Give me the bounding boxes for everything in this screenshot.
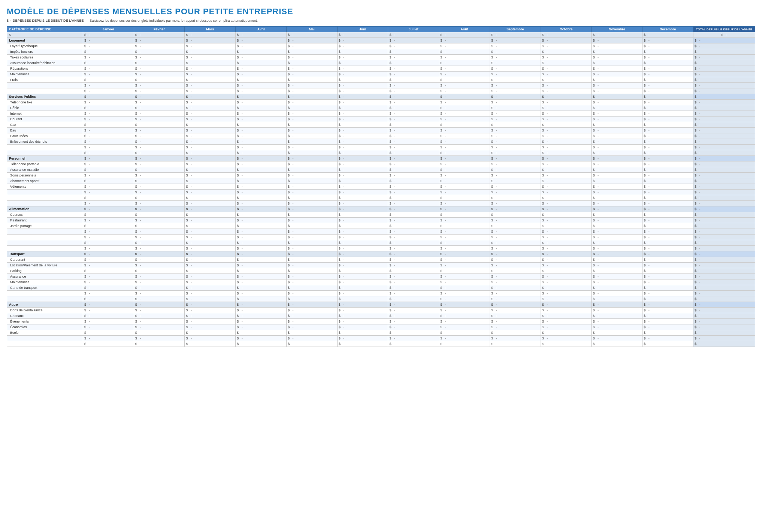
- table-row: Réparations$ -$ -$ -$ -$ -$ -$ -$ -$ -$ …: [7, 66, 755, 72]
- category-header-1: Services Publics$ -$ -$ -$ -$ -$ -$ -$ -…: [7, 94, 755, 100]
- table-row: Jardin partagé$ -$ -$ -$ -$ -$ -$ -$ -$ …: [7, 223, 755, 229]
- header-octobre: Octobre: [541, 27, 592, 32]
- table-row: Assurance$ -$ -$ -$ -$ -$ -$ -$ -$ -$ -$…: [7, 274, 755, 279]
- table-row: $ -$ -$ -$ -$ -$ -$ -$ -$ -$ -$ -$ -$ -: [7, 341, 755, 347]
- subtitle-right: Saisissez les dépenses sur des onglets i…: [90, 19, 258, 22]
- table-row: Assurance maladie$ -$ -$ -$ -$ -$ -$ -$ …: [7, 167, 755, 173]
- header-aout: Août: [439, 27, 490, 32]
- table-row: $ -$ -$ -$ -$ -$ -$ -$ -$ -$ -$ -$ -$ -: [7, 235, 755, 240]
- page: MODÈLE DE DÉPENSES MENSUELLES POUR PETIT…: [0, 0, 762, 354]
- table-row: $ -$ -$ -$ -$ -$ -$ -$ -$ -$ -$ -$ -$ -: [7, 229, 755, 235]
- table-row: $ -$ -$ -$ -$ -$ -$ -$ -$ -$ -$ -$ -$ -: [7, 296, 755, 302]
- header-avril: Avril: [236, 27, 287, 32]
- category-header-0: Logement$ -$ -$ -$ -$ -$ -$ -$ -$ -$ -$ …: [7, 38, 755, 43]
- table-row: Maintenance$ -$ -$ -$ -$ -$ -$ -$ -$ -$ …: [7, 279, 755, 285]
- header-fevrier: Février: [134, 27, 185, 32]
- table-row: Eau$ -$ -$ -$ -$ -$ -$ -$ -$ -$ -$ -$ -$…: [7, 128, 755, 133]
- subtitle-row: $ - DÉPENSES DEPUIS LE DÉBUT DE L'ANNÉE …: [7, 19, 755, 22]
- table-row: Restaurant$ -$ -$ -$ -$ -$ -$ -$ -$ -$ -…: [7, 218, 755, 223]
- table-row: Économies$ -$ -$ -$ -$ -$ -$ -$ -$ -$ -$…: [7, 324, 755, 330]
- table-row: École$ -$ -$ -$ -$ -$ -$ -$ -$ -$ -$ -$ …: [7, 330, 755, 336]
- header-juillet: Juillet: [388, 27, 439, 32]
- table-row: $ -$ -$ -$ -$ -$ -$ -$ -$ -$ -$ -$ -$ -: [7, 145, 755, 150]
- table-row: $ -$ -$ -$ -$ -$ -$ -$ -$ -$ -$ -$ -$ -: [7, 150, 755, 156]
- dollar-row: $$ -$ -$ -$ -$ -$ -$ -$ -$ -$ -$ -$ -$ -: [7, 32, 755, 38]
- subtitle-left: $ - DÉPENSES DEPUIS LE DÉBUT DE L'ANNÉE: [7, 19, 84, 22]
- header-mai: Mai: [286, 27, 337, 32]
- header-decembre: Décembre: [642, 27, 693, 32]
- currency-symbol: $: [7, 19, 9, 22]
- table-row: Eaux usées$ -$ -$ -$ -$ -$ -$ -$ -$ -$ -…: [7, 133, 755, 139]
- table-row: $ -$ -$ -$ -$ -$ -$ -$ -$ -$ -$ -$ -$ -: [7, 246, 755, 251]
- table-row: Parking$ -$ -$ -$ -$ -$ -$ -$ -$ -$ -$ -…: [7, 268, 755, 274]
- header-mars: Mars: [185, 27, 236, 32]
- header-row: CATÉGORIE DE DÉPENSE Janvier Février Mar…: [7, 27, 755, 32]
- table-row: $ -$ -$ -$ -$ -$ -$ -$ -$ -$ -$ -$ -$ -: [7, 88, 755, 94]
- category-header-4: Transport$ -$ -$ -$ -$ -$ -$ -$ -$ -$ -$…: [7, 251, 755, 257]
- expense-table: CATÉGORIE DE DÉPENSE Janvier Février Mar…: [7, 26, 755, 347]
- table-row: Téléphone fixe$ -$ -$ -$ -$ -$ -$ -$ -$ …: [7, 100, 755, 105]
- table-row: Frais$ -$ -$ -$ -$ -$ -$ -$ -$ -$ -$ -$ …: [7, 77, 755, 83]
- table-row: Gaz$ -$ -$ -$ -$ -$ -$ -$ -$ -$ -$ -$ -$…: [7, 122, 755, 128]
- header-novembre: Novembre: [592, 27, 642, 32]
- table-row: Carte de transport$ -$ -$ -$ -$ -$ -$ -$…: [7, 285, 755, 291]
- header-janvier: Janvier: [83, 27, 134, 32]
- table-row: Courant$ -$ -$ -$ -$ -$ -$ -$ -$ -$ -$ -…: [7, 117, 755, 122]
- table-row: $ -$ -$ -$ -$ -$ -$ -$ -$ -$ -$ -$ -$ -: [7, 291, 755, 296]
- header-juin: Juin: [337, 27, 388, 32]
- table-row: Impôts fonciers$ -$ -$ -$ -$ -$ -$ -$ -$…: [7, 49, 755, 55]
- table-row: $ -$ -$ -$ -$ -$ -$ -$ -$ -$ -$ -$ -$ -: [7, 240, 755, 246]
- main-title: MODÈLE DE DÉPENSES MENSUELLES POUR PETIT…: [7, 7, 755, 16]
- table-row: Dons de bienfaisance$ -$ -$ -$ -$ -$ -$ …: [7, 308, 755, 313]
- table-row: Abonnement sportif$ -$ -$ -$ -$ -$ -$ -$…: [7, 178, 755, 184]
- category-header-3: Alimentation$ -$ -$ -$ -$ -$ -$ -$ -$ -$…: [7, 206, 755, 212]
- category-header-5: Autre$ -$ -$ -$ -$ -$ -$ -$ -$ -$ -$ -$ …: [7, 302, 755, 308]
- table-row: Courses$ -$ -$ -$ -$ -$ -$ -$ -$ -$ -$ -…: [7, 212, 755, 218]
- table-row: Téléphone portable$ -$ -$ -$ -$ -$ -$ -$…: [7, 161, 755, 167]
- table-row: $ -$ -$ -$ -$ -$ -$ -$ -$ -$ -$ -$ -$ -: [7, 195, 755, 201]
- table-row: Cadeaux$ -$ -$ -$ -$ -$ -$ -$ -$ -$ -$ -…: [7, 313, 755, 319]
- header-category: CATÉGORIE DE DÉPENSE: [7, 27, 83, 32]
- table-row: $ -$ -$ -$ -$ -$ -$ -$ -$ -$ -$ -$ -$ -: [7, 201, 755, 206]
- subtitle-separator: -: [10, 19, 11, 22]
- table-row: Taxes scolaires$ -$ -$ -$ -$ -$ -$ -$ -$…: [7, 55, 755, 60]
- header-septembre: Septembre: [490, 27, 541, 32]
- table-row: Événements$ -$ -$ -$ -$ -$ -$ -$ -$ -$ -…: [7, 319, 755, 324]
- table-row: Câble$ -$ -$ -$ -$ -$ -$ -$ -$ -$ -$ -$ …: [7, 105, 755, 111]
- table-row: $ -$ -$ -$ -$ -$ -$ -$ -$ -$ -$ -$ -$ -: [7, 83, 755, 88]
- table-row: Assurance locataire/habitation$ -$ -$ -$…: [7, 60, 755, 66]
- table-row: $ -$ -$ -$ -$ -$ -$ -$ -$ -$ -$ -$ -$ -: [7, 190, 755, 195]
- table-row: Soins personnels$ -$ -$ -$ -$ -$ -$ -$ -…: [7, 173, 755, 178]
- table-row: Internet$ -$ -$ -$ -$ -$ -$ -$ -$ -$ -$ …: [7, 111, 755, 117]
- table-row: Enlèvement des déchets$ -$ -$ -$ -$ -$ -…: [7, 139, 755, 145]
- header-total: TOTAL DEPUIS LE DÉBUT DE L'ANNÉE: [693, 27, 755, 32]
- table-row: $ -$ -$ -$ -$ -$ -$ -$ -$ -$ -$ -$ -$ -: [7, 336, 755, 341]
- table-row: Loyer/Hypothèque$ -$ -$ -$ -$ -$ -$ -$ -…: [7, 43, 755, 49]
- subtitle-left-label: DÉPENSES DEPUIS LE DÉBUT DE L'ANNÉE: [13, 19, 84, 22]
- table-row: Maintenance$ -$ -$ -$ -$ -$ -$ -$ -$ -$ …: [7, 72, 755, 77]
- table-row: Vêtements$ -$ -$ -$ -$ -$ -$ -$ -$ -$ -$…: [7, 184, 755, 190]
- table-row: Location/Paiement de la voiture$ -$ -$ -…: [7, 263, 755, 268]
- table-row: Carburant$ -$ -$ -$ -$ -$ -$ -$ -$ -$ -$…: [7, 257, 755, 263]
- category-header-2: Personnel$ -$ -$ -$ -$ -$ -$ -$ -$ -$ -$…: [7, 156, 755, 161]
